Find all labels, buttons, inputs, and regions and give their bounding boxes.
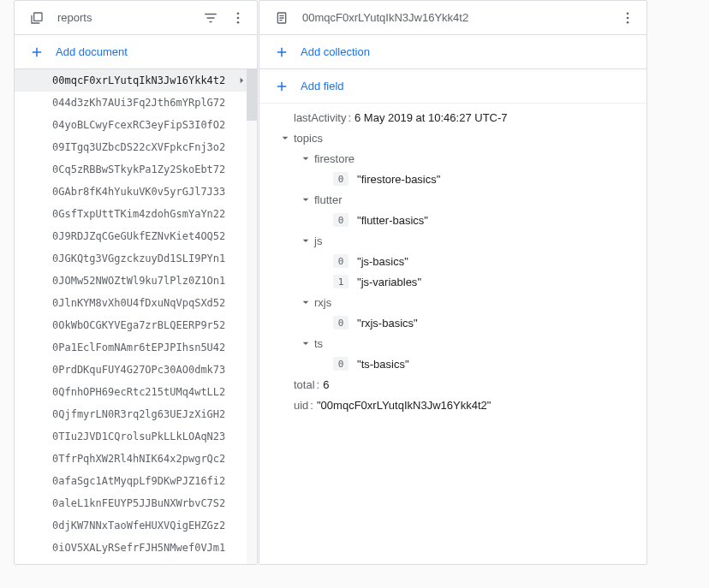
add-field-button[interactable]: Add field: [273, 78, 344, 95]
index-badge: 1: [333, 275, 349, 288]
svg-point-1: [237, 12, 240, 15]
index-badge: 0: [333, 213, 349, 227]
document-title: 00mqcF0xrLYutqIkN3Jw16Ykk4t2: [302, 11, 616, 24]
document-list-item[interactable]: 04yoBLCwyFcexRC3eyFipS3I0fO2: [15, 114, 257, 136]
topic-rxjs[interactable]: rxjs: [259, 292, 646, 312]
add-document-row: Add document: [15, 35, 257, 69]
document-list-item[interactable]: 0jK01SMNGiczWECE7KFpRSCFwm62: [15, 559, 257, 564]
scrollbar-thumb[interactable]: [247, 69, 257, 121]
topic-ts[interactable]: ts: [259, 333, 646, 353]
document-panel-header: 00mqcF0xrLYutqIkN3Jw16Ykk4t2: [259, 1, 646, 35]
field-total[interactable]: total: 6: [259, 374, 646, 395]
add-field-label: Add field: [301, 80, 344, 92]
plus-icon: [273, 44, 290, 61]
document-list-item[interactable]: 0iOV5XALyRSefrFJH5NMwef0VJm1: [15, 537, 257, 559]
document-list-item[interactable]: 00mqcF0xrLYutqIkN3Jw16Ykk4t2: [15, 69, 257, 92]
document-panel: 00mqcF0xrLYutqIkN3Jw16Ykk4t2 Add collect…: [259, 0, 647, 565]
index-badge: 0: [333, 172, 349, 186]
document-list-item[interactable]: 0JlnKYM8vXh0U4fDxuNqVpqSXd52: [15, 292, 257, 314]
document-list-item[interactable]: 044d3zKh7AUi3Fq2Jth6mYRplG72: [15, 92, 257, 114]
document-list-item[interactable]: 0JGKQtg3VGgzckzuyDd1SLI9PYn1: [15, 247, 257, 270]
document-fields-body: lastActivity: 6 May 2019 at 10:46:27 UTC…: [259, 104, 646, 564]
document-list-item[interactable]: 0TIu2JVD1CQrolsuPkLLkLOAqN23: [15, 425, 257, 448]
document-overflow-menu-button[interactable]: [616, 6, 640, 30]
document-list-item[interactable]: 0TfrPqhXW2Rl4hNIK64x2pwgrQc2: [15, 448, 257, 470]
document-list-item[interactable]: 0J9RDJZqCGeGUkfEZNvKiet4OQ52: [15, 225, 257, 247]
topic-item[interactable]: 1js-variables: [259, 271, 646, 292]
collection-panel-header: reports: [15, 1, 257, 35]
plus-icon: [28, 44, 45, 61]
document-list-item[interactable]: 0afaSgc1AtMyqpLf9DKwPJZ16fi2: [15, 470, 257, 492]
svg-rect-0: [34, 13, 42, 21]
svg-point-6: [627, 16, 629, 19]
collection-panel: reports Add document 00mqcF0xrLYutqIkN3J…: [14, 0, 258, 565]
document-list-item[interactable]: 0aleL1knFEUYP5JJBuNXWrbvC7S2: [15, 492, 257, 514]
field-topics[interactable]: topics: [259, 128, 646, 148]
index-badge: 0: [333, 254, 349, 268]
document-list-item[interactable]: 0GAbr8fK4hYukuVK0v5yrGJl7J33: [15, 181, 257, 203]
add-document-button[interactable]: Add document: [28, 44, 128, 61]
chevron-down-icon[interactable]: [297, 151, 314, 165]
document-list-item[interactable]: 09ITgq3UZbcDS22cXVFpkcFnj3o2: [15, 136, 257, 158]
chevron-down-icon[interactable]: [297, 193, 314, 206]
document-list-item[interactable]: 0PrdDKquFUY4G27OPc30AO0dmk73: [15, 359, 257, 381]
document-list-item[interactable]: 0Cq5zRBBwSTkykPa1Zy2SkoEbt72: [15, 158, 257, 181]
index-badge: 0: [333, 357, 349, 371]
document-list[interactable]: 00mqcF0xrLYutqIkN3Jw16Ykk4t2044d3zKh7AUi…: [15, 69, 257, 564]
scrollbar-track: [247, 69, 257, 564]
topic-item[interactable]: 0firestore-basics: [259, 169, 646, 189]
chevron-down-icon[interactable]: [297, 336, 314, 350]
svg-point-7: [627, 21, 629, 23]
document-list-item[interactable]: 0Pa1EclFomNAmr6tEPJPIhsn5U42: [15, 336, 257, 359]
svg-point-3: [237, 21, 240, 23]
field-lastactivity[interactable]: lastActivity: 6 May 2019 at 10:46:27 UTC…: [259, 107, 646, 128]
document-list-item[interactable]: 0QfnhOPH69ecRtc215tUMq4wtLL2: [15, 381, 257, 403]
add-collection-button[interactable]: Add collection: [273, 44, 370, 61]
topic-item[interactable]: 0rxjs-basics: [259, 312, 646, 333]
topic-js[interactable]: js: [259, 230, 646, 251]
add-collection-row: Add collection: [259, 35, 646, 69]
chevron-down-icon[interactable]: [297, 234, 314, 247]
document-list-item[interactable]: 0QjfmyrLN0R3rq2lg63UEJzXiGH2: [15, 403, 257, 425]
index-badge: 0: [333, 316, 349, 330]
filter-button[interactable]: [199, 6, 223, 30]
plus-icon: [273, 78, 290, 95]
topic-flutter[interactable]: flutter: [259, 189, 646, 210]
svg-point-5: [627, 12, 629, 15]
chevron-down-icon[interactable]: [277, 131, 294, 145]
document-list-body: 00mqcF0xrLYutqIkN3Jw16Ykk4t2044d3zKh7AUi…: [15, 69, 257, 564]
document-list-item[interactable]: 0GsfTxpUttTKim4zdohGsmYaYn22: [15, 203, 257, 225]
add-collection-label: Add collection: [301, 45, 370, 58]
document-icon: [273, 9, 290, 27]
topic-item[interactable]: 0flutter-basics: [259, 210, 646, 230]
topic-firestore[interactable]: firestore: [259, 148, 646, 169]
field-uid[interactable]: uid: 00mqcF0xrLYutqIkN3Jw16Ykk4t2: [259, 395, 646, 415]
document-list-item[interactable]: 0OkWbOCGKYVEga7zrBLQEERP9r52: [15, 314, 257, 336]
document-list-item[interactable]: 0djKW7NNxTaoWfeHUXVQigEHZGz2: [15, 514, 257, 537]
collection-icon: [28, 9, 45, 27]
chevron-down-icon[interactable]: [297, 295, 314, 309]
document-list-item[interactable]: 0JOMw52NWOZtWl9ku7lPlz0Z1On1: [15, 270, 257, 292]
svg-point-2: [237, 16, 240, 19]
topic-item[interactable]: 0ts-basics: [259, 353, 646, 374]
overflow-menu-button[interactable]: [226, 6, 250, 30]
topic-item[interactable]: 0js-basics: [259, 251, 646, 271]
add-field-row: Add field: [259, 69, 646, 104]
collection-title: reports: [57, 11, 199, 24]
add-document-label: Add document: [56, 45, 128, 58]
